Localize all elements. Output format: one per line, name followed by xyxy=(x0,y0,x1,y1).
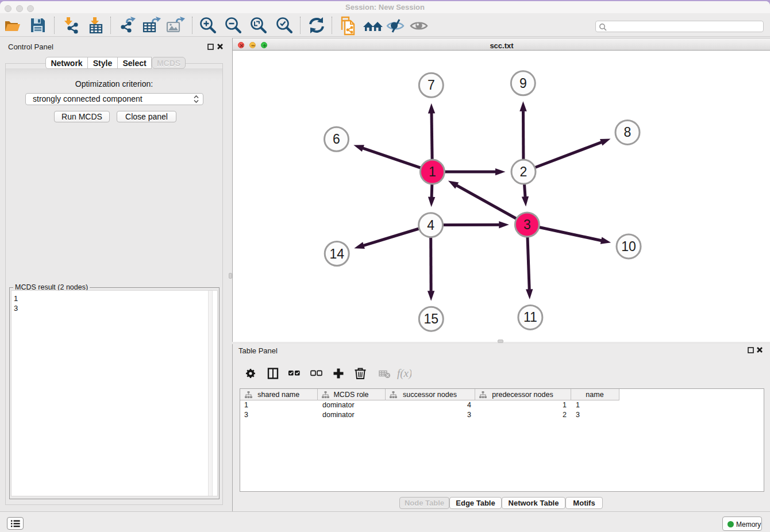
svg-text:1: 1 xyxy=(429,164,436,179)
svg-text:8: 8 xyxy=(624,125,632,140)
svg-text:6: 6 xyxy=(333,132,340,147)
svg-text:4: 4 xyxy=(427,218,434,233)
svg-text:14: 14 xyxy=(329,246,344,261)
svg-text:7: 7 xyxy=(428,78,435,92)
svg-text:11: 11 xyxy=(523,310,537,325)
svg-text:2: 2 xyxy=(520,164,528,179)
svg-text:15: 15 xyxy=(424,311,439,326)
svg-text:3: 3 xyxy=(523,217,531,232)
svg-text:f(x): f(x) xyxy=(397,367,411,380)
svg-text:9: 9 xyxy=(519,76,527,91)
svg-text:10: 10 xyxy=(621,239,636,254)
